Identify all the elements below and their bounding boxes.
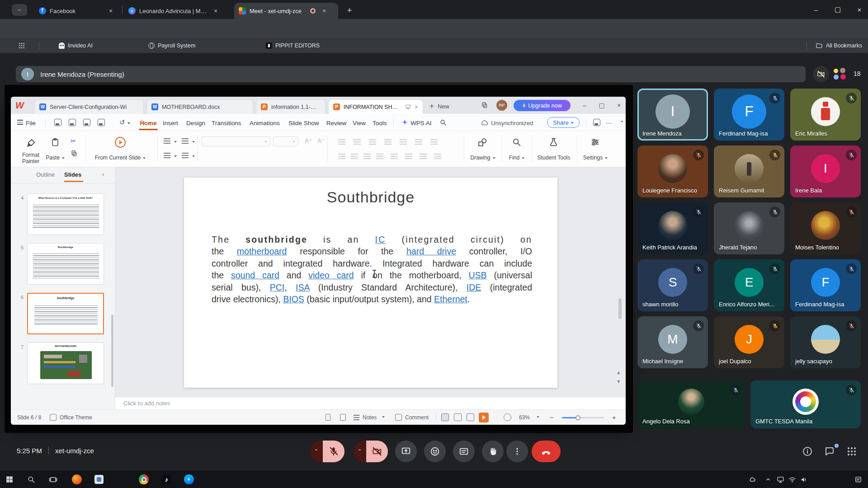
find-icon[interactable]	[512, 137, 521, 147]
wps-logo[interactable]: W	[15, 100, 24, 111]
menu-review[interactable]: Review	[326, 118, 346, 128]
participant-tile[interactable]: S shawn morillo	[637, 259, 708, 311]
copy-icon[interactable]	[71, 150, 77, 157]
action-center-icon[interactable]	[854, 476, 862, 483]
slide-6[interactable]: Southbridge The southbridge is an IC (in…	[184, 178, 557, 388]
menu-animations[interactable]: Animations	[250, 118, 280, 128]
hamburger-icon[interactable]	[17, 120, 23, 125]
participant-tile[interactable]: Angelo Dela Rosa	[637, 380, 745, 428]
present-button[interactable]	[395, 441, 417, 462]
settings-label[interactable]: Settings	[580, 155, 611, 161]
slide-reset-icon[interactable]	[182, 153, 189, 159]
participant-tile[interactable]: Louiegene Francisco	[637, 145, 708, 197]
close-doc-icon[interactable]: ×	[415, 103, 418, 110]
from-current-slide-label[interactable]: From Current Slide	[86, 155, 155, 161]
close-tab-icon[interactable]: ×	[320, 7, 328, 15]
slide-thumbnail-6-selected[interactable]: Southbridge	[27, 293, 104, 334]
hidden-icons-chevron[interactable]	[765, 476, 771, 483]
upgrade-button[interactable]: Upgrade now	[514, 100, 571, 111]
save-icon[interactable]	[54, 119, 61, 126]
new-document-button[interactable]: New	[429, 99, 449, 113]
camera-button[interactable]	[366, 441, 388, 462]
menu-file[interactable]: File	[26, 118, 36, 128]
apps-grid-icon[interactable]	[18, 42, 25, 49]
link[interactable]: BIOS	[283, 294, 304, 304]
network-icon[interactable]	[788, 476, 796, 483]
doc-tab-3[interactable]: P information 1.1-9 ASSEMBLE AN	[256, 99, 326, 114]
window-stack-icon[interactable]	[481, 102, 488, 108]
from-current-slide-icon[interactable]	[114, 136, 127, 149]
close-tab-icon[interactable]: ×	[212, 7, 220, 15]
participant-tile[interactable]: I Irene Bala	[790, 145, 861, 197]
mic-button[interactable]	[323, 441, 344, 462]
link[interactable]: ISA	[296, 282, 309, 292]
link[interactable]: sound card	[231, 270, 279, 280]
link[interactable]: IDE	[467, 282, 481, 292]
previous-slide-button[interactable]: ▲	[616, 370, 621, 375]
slide-layout-icon[interactable]	[182, 138, 189, 144]
taskbar-app-light[interactable]	[94, 474, 104, 485]
volume-icon[interactable]	[800, 476, 808, 483]
zoom-out-button[interactable]: −	[550, 413, 554, 421]
participant-tile[interactable]: Moises Tolentino	[790, 202, 861, 254]
leave-call-button[interactable]	[532, 441, 561, 462]
browser-maximize-button[interactable]: ▢	[827, 0, 848, 19]
tab-search-button[interactable]	[12, 4, 27, 16]
fit-slide-icon[interactable]	[504, 413, 511, 421]
menu-transitions[interactable]: Transitions	[212, 118, 241, 128]
slide-thumbnail-7[interactable]: MOTHERBOARD	[27, 343, 104, 384]
new-slide-icon[interactable]	[164, 138, 170, 144]
link[interactable]: motherboard	[237, 246, 287, 256]
print-icon[interactable]	[83, 119, 90, 126]
participant-tile[interactable]: F Ferdinand Mag-isa	[714, 89, 784, 141]
zoom-slider-thumb[interactable]	[576, 415, 580, 420]
link[interactable]: PCI	[270, 282, 285, 292]
activities-button[interactable]	[846, 446, 857, 457]
participant-tile[interactable]: J joel Dupalco	[714, 316, 784, 368]
participant-tile[interactable]: I Irene Mendoza	[637, 89, 708, 141]
present-mode-icon[interactable]	[405, 104, 411, 110]
link[interactable]: IC	[375, 235, 386, 244]
phone-view-icon[interactable]	[326, 414, 330, 421]
menu-slideshow[interactable]: Slide Show	[288, 118, 319, 128]
info-button[interactable]	[802, 446, 813, 457]
new-tab-button[interactable]	[344, 5, 355, 16]
doc-tab-2[interactable]: W MOTHERBOARD.docx	[146, 99, 253, 114]
slide-thumbnail-5[interactable]: Northbridge	[27, 243, 104, 285]
cut-icon[interactable]: ✂	[71, 137, 76, 145]
all-bookmarks-button[interactable]: All Bookmarks	[816, 38, 862, 53]
doc-tab-1[interactable]: W Server-Client-Configuration-Wi	[34, 99, 144, 114]
menu-tools[interactable]: Tools	[373, 118, 387, 128]
menu-insert[interactable]: Insert	[163, 118, 178, 128]
participant-tile[interactable]: Jherald Tejano	[714, 202, 784, 254]
link[interactable]: hard drive	[406, 246, 456, 256]
start-button[interactable]	[5, 475, 14, 483]
canvas-scrollbar[interactable]	[618, 298, 622, 319]
theme-label[interactable]: Office Theme	[60, 414, 92, 421]
mic-options-button[interactable]: ⌃	[310, 441, 322, 462]
participant-tile[interactable]: E Enrico Alfonzo Meri...	[714, 259, 784, 311]
display-tray-icon[interactable]	[777, 476, 784, 483]
bookmark-payroll[interactable]: Payroll System	[148, 38, 195, 53]
comment-icon[interactable]	[395, 414, 402, 421]
print-preview-icon[interactable]	[98, 119, 105, 126]
participant-tile[interactable]: F Ferdinand Mag-isa	[790, 259, 861, 311]
panel-scrollbar[interactable]	[111, 314, 113, 387]
taskbar-search-button[interactable]	[27, 475, 35, 483]
collapse-panel-icon[interactable]: ‹	[102, 171, 104, 178]
menu-home-active[interactable]: Home	[138, 118, 158, 128]
send-to-phone-icon[interactable]	[340, 414, 346, 421]
participant-tile[interactable]: Keith Patrick Arandia	[637, 202, 708, 254]
comment-button[interactable]: Comment	[405, 414, 429, 421]
wps-restore-button[interactable]: ▢	[594, 97, 609, 114]
browser-close-button[interactable]: ×	[849, 0, 868, 19]
paste-icon[interactable]	[51, 137, 60, 147]
browser-minimize-button[interactable]: –	[806, 0, 826, 19]
onedrive-icon[interactable]	[749, 476, 756, 483]
slide-section-icon[interactable]	[164, 153, 170, 159]
paste-label[interactable]: Paste	[42, 155, 68, 161]
notes-toggle[interactable]: Notes	[363, 414, 377, 421]
task-view-button[interactable]	[49, 475, 57, 484]
doc-tab-4-active[interactable]: P INFORMATION SHEET 1. ×	[328, 99, 423, 114]
raise-hand-button[interactable]	[482, 441, 504, 462]
